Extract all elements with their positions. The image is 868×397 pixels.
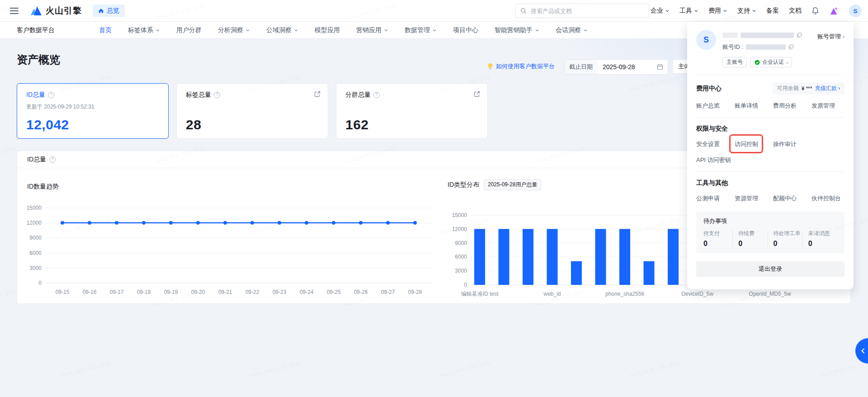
copy-icon[interactable] xyxy=(797,33,802,38)
todo-value: 0 xyxy=(738,240,767,248)
chevron-down-icon xyxy=(723,9,727,13)
volcengine-logo[interactable]: 火山引擎 xyxy=(30,5,82,17)
security-link-访问控制[interactable]: 访问控制 xyxy=(735,141,758,147)
help-question-icon[interactable]: ? xyxy=(214,92,220,98)
ai-assistant-icon[interactable] xyxy=(829,6,839,15)
todo-box: 待办事项 待支付 0待续费 0待处理工单 0未读消息 0 xyxy=(696,212,844,253)
billing-link-发票管理[interactable]: 发票管理 xyxy=(811,102,844,110)
deadline-value[interactable]: 2025-09-28 xyxy=(597,60,657,74)
todo-待续费[interactable]: 待续费 0 xyxy=(732,230,767,248)
billing-links: 账户总览账单详情费用分析发票管理 xyxy=(696,102,844,110)
hamburger-menu-icon[interactable] xyxy=(10,8,19,14)
chevron-down-icon xyxy=(752,9,756,13)
summary-card-ID总量[interactable]: ID总量 ?更新于 2025-09-29 10:52:3112,042 xyxy=(17,83,169,139)
subnav-item-智能营销助手[interactable]: 智能营销助手 xyxy=(495,26,539,34)
topnav-menu-工具[interactable]: 工具 xyxy=(679,7,698,15)
svg-text:09-18: 09-18 xyxy=(137,289,151,295)
subnav-item-项目中心[interactable]: 项目中心 xyxy=(453,26,478,34)
deadline-date-picker[interactable]: 截止日期 2025-09-28 xyxy=(564,59,668,75)
tools-link-伙伴控制台[interactable]: 伙伴控制台 xyxy=(811,194,844,203)
billing-link-费用分析[interactable]: 费用分析 xyxy=(773,102,811,110)
logout-button[interactable]: 退出登录 xyxy=(696,261,844,277)
summary-card-分群总量[interactable]: 分群总量 ?162 xyxy=(336,83,488,139)
chevron-left-icon xyxy=(860,348,866,354)
card-title: 分群总量 xyxy=(345,91,371,99)
svg-text:09-26: 09-26 xyxy=(354,289,368,295)
topnav-menu-企业[interactable]: 企业 xyxy=(651,7,670,15)
account-name-redacted xyxy=(722,33,738,38)
account-id-label: 账号ID : xyxy=(722,43,743,51)
platform-name: 客户数据平台 xyxy=(17,26,55,34)
summary-card-标签总量[interactable]: 标签总量 ?28 xyxy=(176,83,328,139)
account-manage-link[interactable]: 账号管理 › xyxy=(817,33,844,41)
account-name-redacted xyxy=(741,33,794,38)
user-avatar[interactable]: S xyxy=(849,5,862,17)
topnav-menu-文档[interactable]: 文档 xyxy=(789,7,802,15)
copy-icon[interactable] xyxy=(788,44,794,50)
help-link[interactable]: 如何使用客户数据平台 xyxy=(487,62,555,71)
help-question-icon[interactable]: ? xyxy=(48,92,54,98)
calendar-icon xyxy=(657,64,663,70)
account-summary: S 账号ID : xyxy=(696,22,844,67)
subnav-item-营销应用[interactable]: 营销应用 xyxy=(356,26,388,34)
tools-link-资源管理[interactable]: 资源管理 xyxy=(735,194,773,203)
subnav-item-会话洞察[interactable]: 会话洞察 xyxy=(556,26,588,34)
security-link-API 访问密钥[interactable]: API 访问密钥 xyxy=(696,156,773,164)
notifications-bell-icon[interactable] xyxy=(811,7,819,15)
balance-pill: 可用余额 ¥ *** 充值汇款 › xyxy=(773,82,844,95)
topnav-menu-label: 企业 xyxy=(651,7,663,15)
security-link-操作审计[interactable]: 操作审计 xyxy=(773,140,811,148)
overview-pill-label: 总览 xyxy=(107,7,119,15)
subnav-item-用户分群[interactable]: 用户分群 xyxy=(176,26,202,34)
app-root: saas_test_cdp_graysaas_test_cdp_graysaas… xyxy=(0,0,868,397)
billing-link-账户总览[interactable]: 账户总览 xyxy=(696,102,735,110)
card-title-row: 分群总量 ? xyxy=(345,91,478,99)
topnav-menu-费用[interactable]: 费用 xyxy=(708,7,727,15)
bar-chart-title: ID类型分布 xyxy=(448,181,479,189)
subnav-item-模型应用[interactable]: 模型应用 xyxy=(315,26,340,34)
todo-待支付[interactable]: 待支付 0 xyxy=(703,230,732,248)
enterprise-verified-tag[interactable]: 企业认证 › xyxy=(750,57,792,67)
card-value: 162 xyxy=(345,117,369,132)
todo-title: 待办事项 xyxy=(703,217,837,225)
divider xyxy=(696,171,844,172)
primary-account-tag-label: 主账号 xyxy=(726,58,743,66)
help-question-icon[interactable]: ? xyxy=(373,92,380,98)
todo-columns: 待支付 0待续费 0待处理工单 0未读消息 0 xyxy=(703,230,837,248)
recharge-link[interactable]: 充值汇款 › xyxy=(815,85,840,92)
billing-section-header: 费用中心 可用余额 ¥ *** 充值汇款 › xyxy=(696,82,844,95)
subnav-item-首页[interactable]: 首页 xyxy=(99,26,112,34)
svg-text:0: 0 xyxy=(38,280,42,286)
todo-未读消息[interactable]: 未读消息 0 xyxy=(802,230,837,248)
open-external-button[interactable] xyxy=(474,91,480,97)
subnav-item-标签体系[interactable]: 标签体系 xyxy=(128,26,160,34)
subnav-item-数据管理[interactable]: 数据管理 xyxy=(405,26,437,34)
recharge-label: 充值汇款 xyxy=(815,85,837,91)
svg-text:12000: 12000 xyxy=(452,226,467,232)
svg-text:12000: 12000 xyxy=(27,220,42,226)
search-input[interactable] xyxy=(530,7,644,15)
overview-pill-button[interactable]: 总览 xyxy=(93,5,125,17)
subnav-item-label: 数据管理 xyxy=(405,26,430,34)
account-tags: 主账号 企业认证 › xyxy=(722,57,844,67)
todo-label: 未读消息 xyxy=(808,230,837,237)
todo-待处理工单[interactable]: 待处理工单 0 xyxy=(768,230,802,248)
topnav-menu-备案[interactable]: 备案 xyxy=(766,7,779,15)
open-external-button[interactable] xyxy=(314,91,321,97)
help-question-icon[interactable]: ? xyxy=(49,156,56,163)
topnav-menu-支持[interactable]: 支持 xyxy=(737,7,756,15)
svg-text:编辑基准ID test: 编辑基准ID test xyxy=(461,291,499,297)
tools-link-配额中心[interactable]: 配额中心 xyxy=(773,194,811,203)
tools-link-公测申请[interactable]: 公测申请 xyxy=(696,194,735,203)
billing-link-账单详情[interactable]: 账单详情 xyxy=(735,102,773,110)
svg-text:09-19: 09-19 xyxy=(164,289,178,295)
security-link-安全设置[interactable]: 安全设置 xyxy=(696,140,735,148)
billing-title: 费用中心 xyxy=(696,85,722,93)
search-box[interactable] xyxy=(515,4,649,18)
account-id-redacted xyxy=(746,44,786,50)
todo-value: 0 xyxy=(703,240,732,248)
subnav-item-分析洞察[interactable]: 分析洞察 xyxy=(218,26,250,34)
todo-value: 0 xyxy=(808,240,837,248)
logo-text: 火山引擎 xyxy=(46,5,82,17)
subnav-item-公域洞察[interactable]: 公域洞察 xyxy=(266,26,298,34)
